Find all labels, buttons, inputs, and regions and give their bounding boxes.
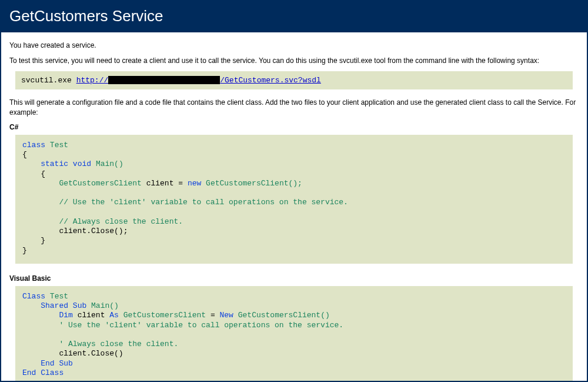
kw-as: As (109, 311, 119, 320)
type-test: Test (50, 141, 68, 150)
brace: } (22, 246, 27, 255)
kw-class: class (22, 141, 45, 150)
brace: { (22, 170, 45, 178)
link-suffix: /GetCustomers.svc?wsdl (220, 76, 321, 85)
text: client = (142, 179, 188, 188)
type-main: Main() (96, 160, 123, 168)
text: client (73, 311, 109, 320)
type-getcustomers: GetCustomersClient (123, 311, 206, 320)
kw-static: static (41, 160, 68, 168)
text: = (206, 311, 219, 320)
type-getcustomers: GetCustomersClient (59, 179, 141, 188)
ctor: GetCustomersClient(); (201, 179, 302, 188)
intro-paragraph-3: This will generate a configuration file … (9, 98, 579, 117)
kw-new: New (220, 311, 233, 320)
intro-paragraph-2: To test this service, you will need to c… (9, 56, 579, 65)
cmd-prefix: svcutil.exe (21, 76, 76, 85)
type-test: Test (50, 292, 68, 301)
kw-end-sub: End Sub (41, 359, 73, 368)
comment-use: // Use the 'client' variable to call ope… (22, 198, 348, 207)
link-prefix: http:// (76, 76, 109, 85)
wsdl-link[interactable]: http:///GetCustomers.svc?wsdl (76, 76, 321, 85)
close-call: client.Close(); (22, 227, 128, 235)
kw-void: void (73, 160, 91, 168)
comment-use: ' Use the 'client' variable to call oper… (22, 321, 343, 330)
csharp-label: C# (9, 123, 579, 131)
ctor: GetCustomersClient() (233, 311, 330, 320)
intro-paragraph-1: You have created a service. (9, 41, 579, 50)
brace: } (22, 236, 45, 245)
type-main: Main() (91, 301, 119, 310)
kw-dim: Dim (59, 311, 72, 320)
redacted-host (108, 76, 220, 84)
content-area: You have created a service. To test this… (1, 32, 587, 382)
svcutil-command: svcutil.exe http:///GetCustomers.svc?wsd… (15, 71, 573, 89)
indent (22, 179, 59, 188)
comment-always: // Always close the client. (22, 217, 183, 226)
kw-new: new (188, 179, 201, 188)
comment-always: ' Always close the client. (22, 340, 178, 348)
close-call: client.Close() (22, 349, 123, 358)
csharp-code-block: class Test { static void Main() { GetCus… (15, 135, 573, 264)
page-frame: GetCustomers Service You have created a … (0, 0, 588, 382)
vb-code-block: Class Test Shared Sub Main() Dim client … (15, 286, 573, 382)
page-title: GetCustomers Service (9, 7, 579, 25)
vb-label: Visual Basic (9, 274, 579, 283)
kw-shared-sub: Shared Sub (41, 301, 86, 310)
header-bar: GetCustomers Service (1, 1, 587, 32)
kw-end-class: End Class (22, 368, 64, 377)
brace: { (22, 150, 27, 159)
kw-class: Class (22, 292, 45, 301)
